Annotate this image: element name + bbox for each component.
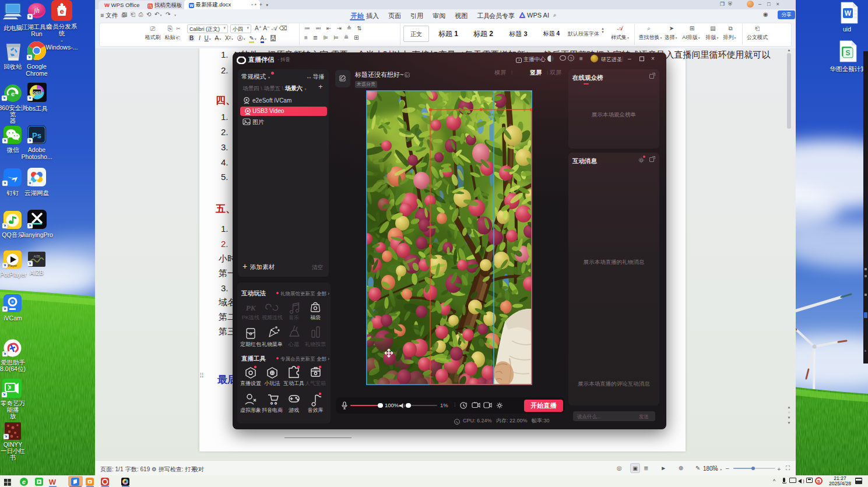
- svg-text:视频连线: 视频连线: [262, 315, 283, 320]
- svg-text:W: W: [845, 9, 852, 17]
- svg-text:心愿: 心愿: [288, 341, 299, 347]
- svg-text:PK: PK: [246, 304, 256, 312]
- svg-text:直播设置: 直播设置: [240, 380, 261, 386]
- svg-text:OBS: OBS: [33, 91, 41, 94]
- svg-text:虚拟形象: 虚拟形象: [240, 407, 261, 413]
- svg-text:定期红包: 定期红包: [240, 341, 261, 347]
- svg-text:抖音电商: 抖音电商: [262, 407, 283, 413]
- svg-text:e: e: [22, 478, 26, 485]
- svg-text:福袋: 福袋: [310, 315, 321, 320]
- svg-text:Player: Player: [8, 264, 17, 267]
- svg-text:e: e: [11, 90, 15, 97]
- svg-text:礼物投票: 礼物投票: [305, 341, 326, 347]
- svg-text:jh: jh: [33, 6, 39, 15]
- svg-text:互动工具: 互动工具: [283, 380, 304, 386]
- svg-text:e: e: [59, 7, 64, 16]
- svg-text:Ps: Ps: [32, 131, 41, 140]
- svg-text:PK连线: PK连线: [242, 315, 259, 320]
- svg-text:礼物菜单: 礼物菜单: [262, 341, 283, 347]
- svg-text:W: W: [49, 478, 57, 486]
- svg-text:音乐: 音乐: [289, 315, 299, 320]
- svg-text:人气宝箱: 人气宝箱: [305, 380, 326, 386]
- svg-text:游戏: 游戏: [289, 407, 299, 413]
- svg-text:AIZB: AIZB: [33, 255, 40, 258]
- svg-text:S: S: [845, 49, 850, 57]
- svg-text:小玩法: 小玩法: [264, 380, 280, 386]
